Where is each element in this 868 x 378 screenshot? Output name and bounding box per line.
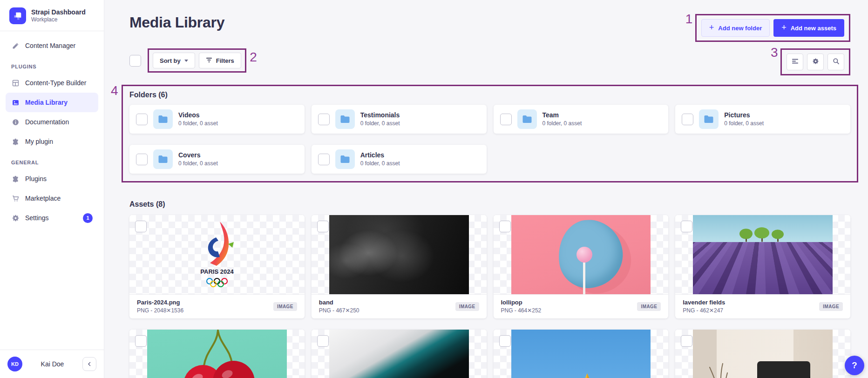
grid-settings-button[interactable] — [807, 54, 824, 70]
asset-thumbnail — [494, 215, 669, 294]
asset-thumbnail: PARIS 2024 — [129, 215, 305, 294]
gear-icon — [812, 58, 819, 66]
user-avatar[interactable]: KD — [7, 357, 22, 371]
sofa-photo — [693, 330, 833, 378]
asset-card-cherries[interactable] — [129, 330, 305, 378]
asset-meta: PNG - 2048✕1536 — [137, 307, 183, 315]
gear-icon — [11, 214, 20, 222]
asset-name: Paris-2024.png — [137, 298, 183, 307]
asset-card-paris-2024[interactable]: PARIS 2024 Paris-2024.png PNG - 2048 — [129, 215, 305, 318]
asset-card-iceberg[interactable] — [312, 330, 487, 378]
asset-checkbox[interactable] — [317, 221, 329, 232]
folder-meta: 0 folder, 0 asset — [178, 160, 218, 167]
asset-checkbox[interactable] — [681, 221, 692, 232]
cart-icon — [11, 194, 20, 202]
search-icon — [833, 58, 840, 66]
asset-checkbox[interactable] — [499, 335, 511, 347]
puzzle-icon — [11, 137, 20, 146]
folder-name: Covers — [178, 151, 218, 160]
asset-type-badge: IMAGE — [637, 302, 661, 311]
add-new-assets-button[interactable]: + Add new assets — [773, 19, 844, 37]
asset-thumbnail — [675, 215, 850, 294]
band-photo — [329, 215, 469, 294]
collapse-sidebar-button[interactable] — [82, 357, 96, 371]
folder-card-videos[interactable]: Videos 0 folder, 0 asset — [129, 105, 305, 134]
folder-card-testimonials[interactable]: Testimonials 0 folder, 0 asset — [312, 105, 487, 134]
folder-checkbox[interactable] — [682, 114, 693, 125]
asset-checkbox[interactable] — [499, 221, 511, 232]
folder-meta: 0 folder, 0 asset — [360, 160, 400, 167]
sort-by-button[interactable]: Sort by — [153, 53, 195, 68]
sidebar-item-plugins[interactable]: Plugins — [6, 169, 98, 189]
chevron-down-icon — [184, 60, 188, 62]
sidebar-item-label: Media Library — [25, 99, 68, 106]
paper-boat-photo — [511, 330, 651, 378]
folder-meta: 0 folder, 0 asset — [724, 120, 764, 127]
annotation-number-1: 1 — [685, 13, 693, 26]
folder-card-articles[interactable]: Articles 0 folder, 0 asset — [312, 145, 487, 174]
workspace-title: Strapi Dashboard — [31, 8, 86, 17]
list-icon — [792, 58, 799, 66]
sidebar-item-my-plugin[interactable]: My plugin — [6, 132, 98, 151]
select-all-checkbox[interactable] — [129, 55, 141, 67]
folder-icon — [335, 149, 355, 169]
folder-checkbox[interactable] — [318, 154, 330, 165]
asset-meta: PNG - 462✕247 — [683, 307, 725, 315]
picture-icon — [11, 98, 20, 107]
asset-checkbox[interactable] — [681, 335, 692, 347]
folder-checkbox[interactable] — [136, 154, 148, 165]
help-button[interactable]: ? — [845, 356, 864, 375]
add-new-assets-label: Add new assets — [791, 25, 836, 32]
asset-type-badge: IMAGE — [455, 302, 479, 311]
folders-heading: Folders (6) — [129, 91, 850, 99]
folder-checkbox[interactable] — [500, 114, 512, 125]
sidebar-item-content-manager[interactable]: Content Manager — [6, 36, 98, 55]
asset-checkbox[interactable] — [135, 335, 147, 347]
page-header: Media Library 1 + Add new folder + Add n… — [129, 14, 850, 42]
folder-icon — [335, 109, 355, 129]
folder-card-pictures[interactable]: Pictures 0 folder, 0 asset — [675, 105, 850, 134]
filter-icon — [206, 57, 212, 64]
folder-card-team[interactable]: Team 0 folder, 0 asset — [494, 105, 669, 134]
search-button[interactable] — [827, 54, 844, 70]
asset-thumbnail — [494, 330, 669, 378]
list-view-button[interactable] — [787, 54, 803, 70]
sidebar-item-marketplace[interactable]: Marketplace — [6, 189, 98, 208]
folder-meta: 0 folder, 0 asset — [542, 120, 582, 127]
asset-card-paper-boat[interactable] — [494, 330, 669, 378]
asset-card-sofa[interactable] — [675, 330, 850, 378]
annotation-box-1: 1 + Add new folder + Add new assets — [695, 14, 850, 42]
assets-grid: PARIS 2024 Paris-2024.png PNG - 2048 — [129, 215, 850, 378]
plus-icon: + — [709, 23, 714, 32]
annotation-box-3: 3 — [780, 48, 850, 75]
add-new-folder-button[interactable]: + Add new folder — [701, 19, 770, 37]
plus-icon: + — [781, 23, 787, 32]
folder-checkbox[interactable] — [136, 114, 148, 125]
asset-checkbox[interactable] — [317, 335, 329, 347]
annotation-number-2: 2 — [250, 51, 257, 64]
sidebar-item-documentation[interactable]: Documentation — [6, 112, 98, 132]
layout-icon — [11, 79, 20, 87]
folder-icon — [153, 149, 173, 169]
folder-card-covers[interactable]: Covers 0 folder, 0 asset — [129, 145, 305, 174]
asset-info: Paris-2024.png PNG - 2048✕1536 IMAGE — [129, 294, 305, 318]
asset-card-lollipop[interactable]: lollipop PNG - 464✕252 IMAGE — [494, 215, 669, 318]
sidebar: Strapi Dashboard Workplace Content Manag… — [0, 0, 104, 378]
folder-meta: 0 folder, 0 asset — [360, 120, 400, 127]
sidebar-item-settings[interactable]: Settings 1 — [6, 208, 98, 228]
asset-info: lollipop PNG - 464✕252 IMAGE — [494, 294, 669, 318]
folder-name: Pictures — [724, 111, 764, 120]
asset-checkbox[interactable] — [135, 221, 147, 232]
asset-card-lavender-fields[interactable]: lavender fields PNG - 462✕247 IMAGE — [675, 215, 850, 318]
workspace-switcher[interactable]: Strapi Dashboard Workplace — [0, 0, 104, 31]
asset-name: band — [319, 298, 359, 307]
folder-checkbox[interactable] — [318, 114, 330, 125]
folder-meta: 0 folder, 0 asset — [178, 120, 218, 127]
sidebar-item-media-library[interactable]: Media Library — [6, 93, 98, 112]
asset-card-band[interactable]: band PNG - 467✕250 IMAGE — [312, 215, 487, 318]
info-icon — [11, 118, 20, 126]
sidebar-item-content-type-builder[interactable]: Content-Type Builder — [6, 73, 98, 93]
filters-button[interactable]: Filters — [199, 53, 241, 68]
settings-notification-badge: 1 — [83, 213, 93, 223]
strapi-logo-icon — [9, 7, 26, 24]
